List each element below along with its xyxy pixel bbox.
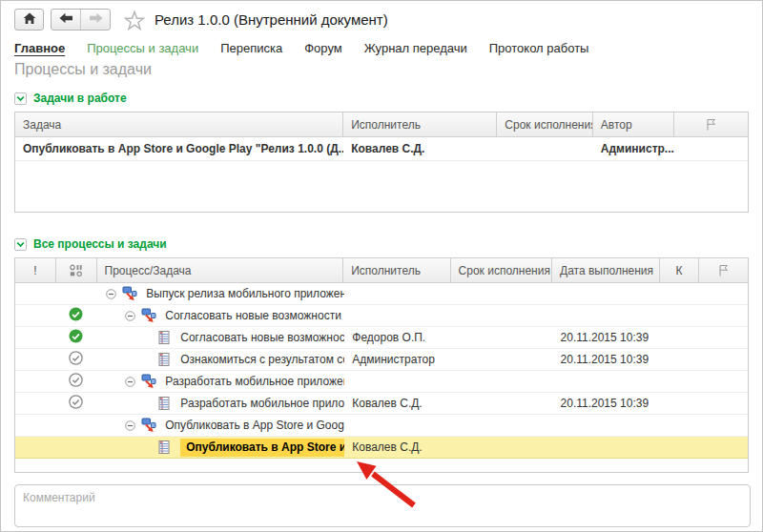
app-window: Релиз 1.0.0 (Внутренний документ) Главно… [0,0,763,532]
executor-cell: Федоров О.П. [344,331,451,344]
state-cell [56,351,97,368]
section-all-processes: Все процессы и задачи [1,235,762,254]
task-state-icon [70,264,83,276]
comment-section [1,473,762,530]
col-flag[interactable] [674,113,748,136]
back-button[interactable] [52,10,81,30]
col-executor[interactable]: Исполнитель [343,113,497,136]
forward-arrow-icon [89,12,103,27]
process-tree-row[interactable]: Ознакомиться с результатом сог... Админи… [15,349,748,371]
forward-button[interactable] [81,10,110,30]
comment-input[interactable] [14,484,751,527]
business-process-icon [141,308,156,323]
section-collapse-button[interactable] [14,92,27,105]
tasks-table-empty-area [15,161,748,213]
process-table: ! Процесс/Задача Исполнитель Срок исполн… [14,257,749,473]
state-cell [56,307,97,324]
completed-gray-icon [69,373,83,390]
col-flag[interactable] [699,258,748,282]
state-cell [56,395,97,412]
node-title: Ознакомиться с результатом сог... [180,353,344,366]
col-task[interactable]: Задача [15,113,343,136]
process-tree-row[interactable]: Согласовать новые возможности... Федоров… [15,327,748,349]
tab-perepiska[interactable]: Переписка [220,41,282,55]
tasks-table-header: Задача Исполнитель Срок исполнения Автор [15,113,748,137]
col-comment[interactable]: К [660,258,700,282]
process-tree-row[interactable]: Выпуск релиза мобильного приложения [15,283,748,305]
process-cell: Опубликовать в App Store и Google ... [96,418,344,433]
home-icon [23,12,36,28]
back-arrow-icon [59,12,73,27]
home-button[interactable] [14,9,44,31]
process-cell: Разработать мобильное приложе... [96,396,344,411]
process-cell: Согласовать новые возможности... [96,330,344,345]
process-table-header: ! Процесс/Задача Исполнитель Срок исполн… [15,258,748,283]
section-collapse-button[interactable] [14,238,27,251]
history-nav [51,9,111,31]
node-title: Выпуск релиза мобильного приложения [146,287,344,300]
toolbar: Релиз 1.0.0 (Внутренний документ) [1,1,762,39]
executor-cell: Ковалев С.Д. [344,440,451,454]
collapse-node-icon[interactable] [125,377,135,387]
business-process-icon [122,286,137,301]
node-title: Опубликовать в App Store и Google ... [165,419,344,432]
task-executor: Ковалев С.Д. [343,142,497,155]
tab-glavnoe[interactable]: Главное [14,41,65,55]
process-cell: Согласовать новые возможности "Р... [96,308,344,323]
section-title[interactable]: Все процессы и задачи [33,237,167,251]
process-tree-row[interactable]: Разработать мобильное приложение... [15,371,748,393]
process-tree-row[interactable]: Разработать мобильное приложе... Ковалев… [15,393,748,415]
flag-icon [705,118,717,131]
collapse-node-icon[interactable] [125,311,135,321]
col-due[interactable]: Срок исполнения [451,258,552,282]
col-process[interactable]: Процесс/Задача [97,258,344,282]
tab-protokol-raboty[interactable]: Протокол работы [489,41,589,55]
tab-processy-i-zadachi[interactable]: Процессы и задачи [87,41,198,55]
section-tasks-in-progress: Задачи в работе [1,89,762,108]
task-icon [156,352,172,367]
process-cell: Выпуск релиза мобильного приложения [96,286,344,301]
completed-cell: 20.11.2015 10:39 [553,331,660,344]
completed-gray-icon [69,395,83,412]
page-header-title: Релиз 1.0.0 (Внутренний документ) [155,11,388,28]
selected-cell: Опубликовать в App Store и G... [180,439,344,457]
col-completed[interactable]: Дата выполнения [552,258,659,282]
star-icon[interactable] [124,10,145,33]
tab-zhurnal-peredachi[interactable]: Журнал передачи [364,41,467,55]
col-executor[interactable]: Исполнитель [343,258,450,282]
executor-cell: Ковалев С.Д. [344,397,451,410]
process-tree-row[interactable]: Согласовать новые возможности "Р... [15,305,748,327]
task-icon [156,396,172,411]
task-row[interactable]: Опубликовать в App Store и Google Play "… [15,137,748,161]
task-icon [156,330,172,345]
collapse-node-icon[interactable] [125,420,135,431]
executor-cell: Администратор [344,353,451,366]
node-title: Разработать мобильное приложе... [180,397,344,410]
business-process-icon [141,418,156,433]
section-title[interactable]: Задачи в работе [33,92,127,105]
task-title: Опубликовать в App Store и Google Play "… [15,142,343,155]
task-icon [156,440,172,455]
process-cell: Разработать мобильное приложение... [96,374,344,389]
tasks-table: Задача Исполнитель Срок исполнения Автор… [14,112,749,213]
process-cell: Опубликовать в App Store и G... [96,439,344,457]
state-cell [56,373,97,390]
col-due[interactable]: Срок исполнения [497,113,593,136]
tab-bar: Главное Процессы и задачи Переписка Фору… [1,39,762,56]
tab-forum[interactable]: Форум [304,41,342,55]
col-state[interactable] [56,258,97,282]
col-importance[interactable]: ! [15,258,56,282]
task-author: Администр... [593,142,675,155]
process-table-empty-area [15,459,748,473]
collapse-node-icon[interactable] [106,289,116,299]
process-tree-row[interactable]: Опубликовать в App Store и Google ... [15,415,748,437]
completed-green-icon [69,329,83,346]
business-process-icon [141,374,156,389]
process-tree-row-selected[interactable]: Опубликовать в App Store и G... Ковалев … [15,437,748,459]
node-title: Согласовать новые возможности "Р... [165,309,344,322]
flag-icon [717,264,730,276]
node-title: Согласовать новые возможности... [180,331,344,344]
col-author[interactable]: Автор [593,113,675,136]
node-title: Разработать мобильное приложение... [165,375,344,388]
completed-cell: 20.11.2015 10:39 [553,353,660,366]
